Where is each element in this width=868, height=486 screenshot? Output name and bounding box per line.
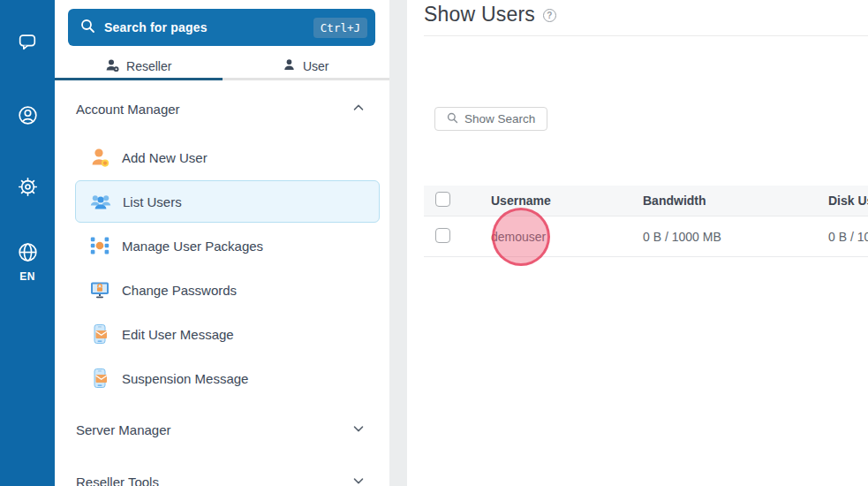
title-divider (424, 35, 868, 36)
account-manager-menu: Add New User List Users (55, 135, 389, 400)
scrollbar-track[interactable] (389, 0, 407, 486)
tab-user[interactable]: User (223, 55, 390, 80)
main-content: Show Users ? Show Search Username Bandwi… (407, 0, 868, 486)
icon-rail: EN (0, 0, 55, 486)
list-users-icon (89, 190, 112, 213)
sidebar: Search for pages Ctrl+J Reseller (55, 0, 389, 486)
bandwidth-cell: 0 B / 1000 MB (631, 230, 817, 244)
tab-reseller[interactable]: Reseller (55, 55, 223, 80)
manage-user-packages-icon (88, 234, 111, 257)
menu-item-edit-user-message[interactable]: Edit User Message (55, 312, 389, 356)
table-row: demouser 0 B / 1000 MB 0 B / 1000 MB (424, 216, 868, 257)
menu-item-manage-user-packages[interactable]: Manage User Packages (55, 224, 389, 268)
menu-item-label: Manage User Packages (122, 239, 263, 254)
users-table: Username Bandwidth Disk Usage demouser 0… (424, 186, 868, 257)
menu-item-label: Change Passwords (122, 283, 237, 298)
account-icon[interactable] (0, 103, 55, 127)
show-search-button[interactable]: Show Search (434, 107, 547, 131)
tab-user-label: User (303, 59, 329, 73)
chevron-up-icon (351, 100, 366, 118)
change-passwords-icon (88, 278, 111, 301)
edit-user-message-icon (88, 323, 111, 346)
section-reseller-tools-label: Reseller Tools (76, 475, 159, 486)
select-all-checkbox[interactable] (435, 192, 450, 207)
section-server-manager-label: Server Manager (76, 422, 171, 437)
page-title-text: Show Users (424, 3, 535, 27)
menu-item-label: Suspension Message (122, 371, 248, 386)
section-account-manager-label: Account Manager (76, 102, 180, 117)
add-new-user-icon (88, 146, 111, 169)
row-checkbox[interactable] (435, 228, 450, 243)
section-account-manager[interactable]: Account Manager (55, 93, 389, 125)
search-placeholder: Search for pages (104, 20, 305, 34)
menu-item-label: List Users (123, 194, 182, 209)
language-switcher[interactable]: EN (0, 240, 55, 283)
search-icon (447, 112, 458, 126)
search-input[interactable]: Search for pages Ctrl+J (68, 9, 375, 46)
show-search-label: Show Search (464, 112, 535, 125)
menu-item-list-users[interactable]: List Users (75, 180, 380, 223)
username-cell[interactable]: demouser (479, 230, 631, 244)
search-icon (80, 19, 95, 37)
tab-reseller-label: Reseller (126, 59, 171, 73)
globe-icon (16, 240, 40, 268)
menu-item-label: Add New User (122, 150, 208, 165)
section-reseller-tools[interactable]: Reseller Tools (55, 466, 389, 486)
gear-icon[interactable] (0, 175, 55, 199)
search-shortcut: Ctrl+J (313, 18, 367, 38)
section-server-manager[interactable]: Server Manager (55, 414, 389, 445)
language-label: EN (19, 270, 35, 283)
menu-item-suspension-message[interactable]: Suspension Message (55, 356, 389, 400)
column-header-username[interactable]: Username (479, 194, 631, 208)
page-title: Show Users ? (424, 3, 556, 27)
sidebar-tabs: Reseller User (55, 55, 389, 80)
help-icon[interactable]: ? (543, 9, 556, 22)
column-header-bandwidth[interactable]: Bandwidth (631, 194, 817, 208)
table-header-row: Username Bandwidth Disk Usage (424, 186, 868, 216)
chat-icon[interactable] (0, 31, 55, 55)
chevron-down-icon (351, 473, 366, 486)
menu-item-label: Edit User Message (122, 327, 234, 342)
user-icon (283, 58, 296, 74)
disk-usage-cell: 0 B / 1000 MB (817, 230, 868, 244)
chevron-down-icon (351, 421, 366, 439)
menu-item-change-passwords[interactable]: Change Passwords (55, 268, 389, 312)
suspension-message-icon (88, 367, 111, 390)
menu-item-add-new-user[interactable]: Add New User (55, 135, 389, 179)
column-header-disk-usage[interactable]: Disk Usage (817, 194, 868, 208)
reseller-icon (105, 58, 119, 75)
